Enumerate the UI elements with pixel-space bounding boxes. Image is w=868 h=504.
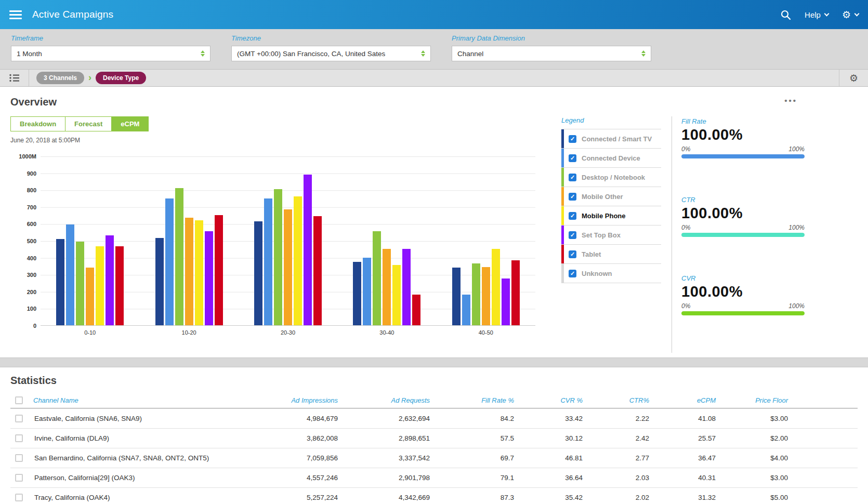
bar-connected-device[interactable] — [363, 258, 371, 325]
bar-connected-smart-tv[interactable] — [353, 262, 361, 325]
bar-connected-smart-tv[interactable] — [254, 221, 262, 326]
bar-tablet[interactable] — [313, 216, 322, 325]
kpi-max-label: 100% — [788, 224, 805, 231]
breadcrumb-pill-2[interactable]: Device Type — [96, 72, 146, 84]
search-icon[interactable] — [780, 9, 791, 20]
value-cell: 36.47 — [649, 454, 716, 462]
gear-icon: ⚙ — [842, 10, 851, 20]
legend-item[interactable]: ✓Unknown — [561, 264, 661, 283]
bar-tablet[interactable] — [215, 215, 223, 325]
legend-color-swatch — [561, 226, 564, 244]
bar-mobile-phone[interactable] — [392, 265, 401, 325]
value-cell: 2.77 — [583, 454, 649, 462]
bar-mobile-phone[interactable] — [492, 249, 500, 325]
row-checkbox[interactable] — [15, 494, 23, 501]
filter-select-3[interactable]: Channel — [452, 46, 651, 61]
legend-item[interactable]: ✓Mobile Other — [561, 187, 661, 206]
bar-desktop-notebook[interactable] — [76, 242, 84, 325]
bar-tablet[interactable] — [412, 295, 420, 325]
bar-mobile-phone[interactable] — [195, 220, 203, 325]
checkbox-checked-icon[interactable]: ✓ — [569, 212, 576, 220]
tab-breakdown[interactable]: Breakdown — [10, 116, 65, 131]
bar-mobile-other[interactable] — [284, 209, 292, 325]
legend-item[interactable]: ✓Connected Device — [561, 149, 661, 168]
y-axis-tick: 800 — [10, 187, 36, 193]
bar-set-top-box[interactable] — [402, 249, 411, 325]
bar-desktop-notebook[interactable] — [274, 189, 282, 325]
bar-mobile-other[interactable] — [383, 249, 391, 325]
value-cell: 5,257,224 — [283, 494, 338, 501]
select-all-checkbox[interactable] — [15, 396, 23, 404]
checkbox-checked-icon[interactable]: ✓ — [569, 231, 576, 239]
bar-mobile-phone[interactable] — [294, 196, 302, 325]
legend-item[interactable]: ✓Tablet — [561, 245, 661, 264]
y-axis-tick: 500 — [10, 238, 36, 244]
kpi-progress-fill — [681, 154, 805, 158]
statistics-table: Channel NameAd ImpressionsAd RequestsFil… — [10, 393, 858, 504]
x-axis-label: 0-10 — [41, 329, 139, 336]
breadcrumb-pill-1[interactable]: 3 Channels — [36, 72, 84, 84]
row-checkbox[interactable] — [15, 454, 23, 462]
value-cell: $3.00 — [716, 474, 858, 482]
checkbox-checked-icon[interactable]: ✓ — [569, 270, 576, 277]
bar-desktop-notebook[interactable] — [472, 263, 480, 325]
table-row: Irvine, California (DLA9)3,862,0082,898,… — [10, 428, 858, 448]
bar-connected-device[interactable] — [165, 198, 174, 326]
row-checkbox[interactable] — [15, 415, 23, 422]
bar-connected-device[interactable] — [66, 224, 74, 325]
bar-group-0-10 — [41, 156, 139, 325]
bar-connected-device[interactable] — [462, 295, 470, 325]
bar-connected-smart-tv[interactable] — [155, 238, 164, 325]
kpi-progress-track — [681, 154, 805, 158]
bar-set-top-box[interactable] — [304, 175, 312, 325]
channel-name-cell: Irvine, California (DLA9) — [33, 434, 283, 442]
settings-chevron-icon — [854, 11, 860, 16]
bar-set-top-box[interactable] — [205, 231, 213, 325]
settings-menu[interactable]: ⚙ — [842, 10, 859, 20]
bar-desktop-notebook[interactable] — [175, 188, 183, 325]
chart-timestamp: June 20, 2018 at 5:00PM — [10, 137, 535, 144]
select-value: Channel — [457, 50, 641, 58]
bar-mobile-other[interactable] — [185, 218, 193, 325]
row-checkbox[interactable] — [15, 474, 23, 482]
tab-ecpm[interactable]: eCPM — [111, 116, 149, 131]
overview-menu-button[interactable]: ••• — [784, 96, 797, 105]
bar-mobile-phone[interactable] — [96, 246, 104, 325]
kpi-progress-track — [681, 311, 805, 315]
bar-connected-smart-tv[interactable] — [452, 268, 461, 325]
x-axis-label: 20-30 — [239, 329, 337, 336]
legend-item[interactable]: ✓Mobile Phone — [561, 206, 661, 226]
bar-tablet[interactable] — [511, 260, 520, 326]
bar-set-top-box[interactable] — [502, 278, 510, 325]
legend-item[interactable]: ✓Desktop / Notebook — [561, 168, 661, 187]
tab-forecast[interactable]: Forecast — [65, 116, 112, 131]
chart-tabs: BreakdownForecasteCPM — [10, 116, 149, 131]
legend-item[interactable]: ✓Set Top Box — [561, 226, 661, 245]
chart-settings-button[interactable]: ⚙ — [839, 70, 868, 86]
value-cell: 7,059,856 — [283, 454, 338, 462]
checkbox-checked-icon[interactable]: ✓ — [569, 250, 576, 258]
bar-mobile-other[interactable] — [86, 268, 94, 325]
bar-connected-smart-tv[interactable] — [56, 239, 64, 325]
bar-mobile-other[interactable] — [482, 267, 490, 326]
legend-label: Tablet — [582, 250, 601, 258]
menu-icon[interactable] — [9, 10, 22, 19]
filter-select-1[interactable]: 1 Month — [11, 46, 211, 61]
checkbox-checked-icon[interactable]: ✓ — [569, 193, 576, 201]
filter-select-2[interactable]: (GMT +00:00) San Francisco, CA, United S… — [231, 46, 431, 61]
bar-connected-device[interactable] — [264, 198, 272, 326]
chart-plot-area — [41, 156, 535, 326]
filter-group-1: Timeframe1 Month — [11, 34, 211, 69]
help-menu[interactable]: Help — [805, 10, 828, 19]
bar-desktop-notebook[interactable] — [373, 231, 381, 325]
breadcrumb-chevron-icon: › — [88, 73, 91, 82]
checkbox-checked-icon[interactable]: ✓ — [569, 174, 576, 181]
row-checkbox[interactable] — [15, 434, 23, 442]
legend-item[interactable]: ✓Connected / Smart TV — [561, 129, 661, 149]
checkbox-checked-icon[interactable]: ✓ — [569, 154, 576, 162]
bar-set-top-box[interactable] — [106, 235, 114, 325]
list-view-button[interactable] — [0, 70, 29, 86]
bar-tablet[interactable] — [115, 246, 124, 325]
checkbox-checked-icon[interactable]: ✓ — [569, 135, 576, 143]
statistics-section: Statistics Channel NameAd ImpressionsAd … — [0, 367, 868, 504]
